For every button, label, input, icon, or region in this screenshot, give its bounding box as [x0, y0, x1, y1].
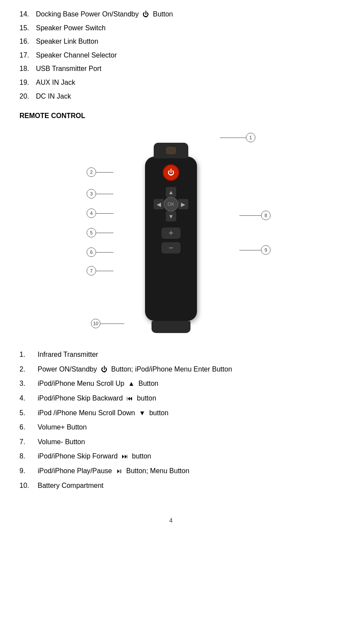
list-item-18: 18. USB Transmitter Port	[19, 63, 323, 74]
sensor-lens	[166, 147, 176, 154]
remote-diagram: 1 2 3 4 5 6 7 8 9 10	[19, 128, 323, 336]
callout-circle-4: 4	[87, 208, 96, 218]
dpad-down: ▼	[166, 211, 176, 221]
dpad-left: ◀	[154, 199, 164, 209]
callout-circle-1: 1	[246, 133, 255, 142]
callout-6: 6	[87, 247, 113, 257]
list-item-14: 14. Docking Base Power On/Standby ⏻ Butt…	[19, 9, 323, 20]
callout-10: 10	[91, 319, 124, 328]
callout-line-2	[96, 172, 113, 173]
remote-item-7: 7. Volume- Button	[19, 436, 323, 448]
list-item-20: 20. DC IN Jack	[19, 91, 323, 102]
callout-3: 3	[87, 189, 113, 199]
list-item-17: 17. Speaker Channel Selector	[19, 50, 323, 61]
callout-5: 5	[87, 228, 113, 237]
list-item-16: 16. Speaker Link Button	[19, 36, 323, 47]
power-button-icon: ⏻	[168, 169, 174, 176]
callout-circle-8: 8	[261, 211, 271, 220]
callout-line-7	[96, 271, 113, 271]
feature-list: 14. Docking Base Power On/Standby ⏻ Butt…	[19, 9, 323, 102]
remote-item-8: 8. iPod/iPhone Skip Forward ⏭ button	[19, 451, 323, 462]
callout-4: 4	[87, 208, 113, 218]
remote-dpad: ▲ ▼ ◀ ▶ OK	[154, 187, 188, 221]
remote-items-list: 1. Infrared Transmitter 2. Power ON/Stan…	[19, 349, 323, 491]
skip-backward-icon: ⏮	[126, 394, 133, 402]
list-item-19: 19. AUX IN Jack	[19, 77, 323, 88]
page-number: 4	[19, 517, 323, 524]
dpad-right: ▶	[178, 199, 188, 209]
play-pause-icon: ⏯	[116, 467, 123, 474]
callout-circle-2: 2	[87, 167, 96, 177]
callout-circle-9: 9	[261, 245, 271, 255]
remote-item-9: 9. iPod/iPhone Play/Pause ⏯ Button; Menu…	[19, 465, 323, 477]
remote-vol-minus: −	[161, 242, 181, 253]
remote-item-10: 10. Battery Compartment	[19, 480, 323, 491]
skip-forward-icon: ⏭	[122, 452, 128, 460]
callout-line-1	[220, 138, 246, 138]
callout-circle-10: 10	[91, 319, 100, 328]
scroll-down-icon: ▼	[139, 409, 145, 417]
remote-top-sensor	[154, 143, 188, 158]
callout-7: 7	[87, 266, 113, 276]
callout-line-5	[96, 233, 113, 233]
remote-item-3: 3. iPod/iPhone Menu Scroll Up ▲ Button	[19, 378, 323, 389]
remote-battery-compartment	[152, 321, 190, 333]
callout-circle-6: 6	[87, 247, 96, 257]
remote-item-4: 4. iPod/iPhone Skip Backward ⏮ button	[19, 393, 323, 404]
remote-vol-plus: +	[161, 227, 181, 239]
callout-1: 1	[220, 133, 255, 142]
scroll-up-icon: ▲	[128, 380, 135, 387]
callout-line-3	[96, 194, 113, 194]
callout-circle-5: 5	[87, 228, 96, 237]
callout-line-10	[100, 324, 124, 324]
callout-line-8	[239, 215, 261, 216]
remote-power-button: ⏻	[163, 164, 179, 181]
callout-2: 2	[87, 167, 113, 177]
callout-circle-7: 7	[87, 266, 96, 276]
remote-item-5: 5. iPod /iPhone Menu Scroll Down ▼ butto…	[19, 407, 323, 419]
power-icon-2: ⏻	[101, 365, 107, 373]
remote-item-2: 2. Power ON/Standby ⏻ Button; iPod/iPhon…	[19, 364, 323, 375]
remote-body: ⏻ ▲ ▼ ◀ ▶ OK + −	[145, 157, 197, 321]
remote-item-1: 1. Infrared Transmitter	[19, 349, 323, 360]
callout-circle-3: 3	[87, 189, 96, 199]
remote-item-6: 6. Volume+ Button	[19, 422, 323, 433]
callout-line-9	[239, 250, 261, 250]
dpad-up: ▲	[166, 187, 176, 197]
callout-8: 8	[239, 211, 271, 220]
callout-line-4	[96, 213, 113, 214]
power-icon-14: ⏻	[142, 10, 149, 18]
section-title-remote: REMOTE CONTROL	[19, 112, 323, 120]
callout-9: 9	[239, 245, 271, 255]
callout-line-6	[96, 252, 113, 253]
list-item-15: 15. Speaker Power Switch	[19, 22, 323, 34]
dpad-center: OK	[164, 197, 178, 211]
